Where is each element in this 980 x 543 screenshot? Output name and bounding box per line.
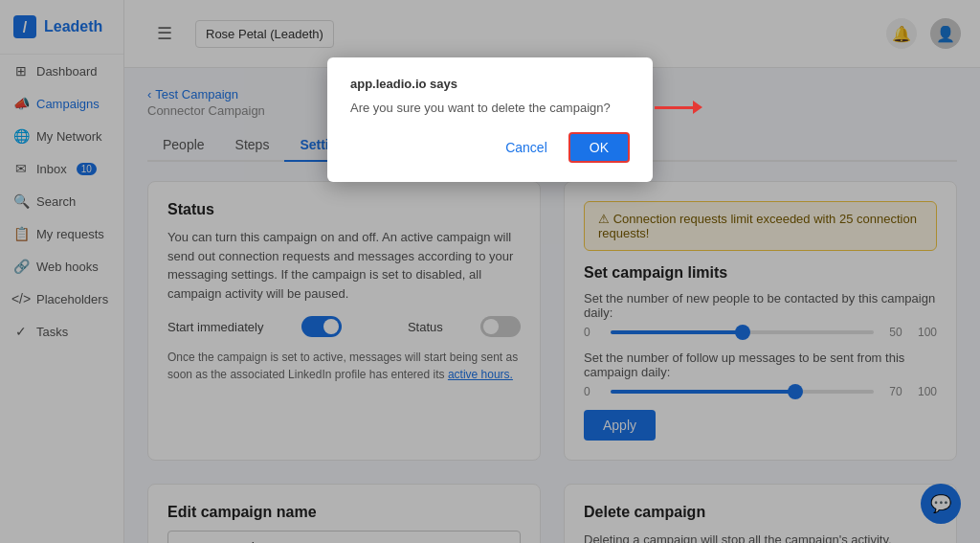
- dialog-cancel-button[interactable]: Cancel: [494, 132, 559, 163]
- dialog-ok-button[interactable]: OK: [568, 132, 630, 163]
- dialog-overlay: app.leadio.io says Are you sure you want…: [0, 0, 980, 543]
- arrow-body: [655, 106, 693, 109]
- arrow-head: [693, 101, 702, 114]
- dialog-site: app.leadio.io says: [350, 77, 630, 91]
- dialog-wrapper: app.leadio.io says Are you sure you want…: [327, 0, 653, 182]
- dialog-message: Are you sure you want to delete the camp…: [350, 101, 630, 115]
- confirm-dialog: app.leadio.io says Are you sure you want…: [327, 57, 653, 182]
- arrow-indicator: [655, 101, 702, 114]
- dialog-actions: Cancel OK: [350, 132, 630, 163]
